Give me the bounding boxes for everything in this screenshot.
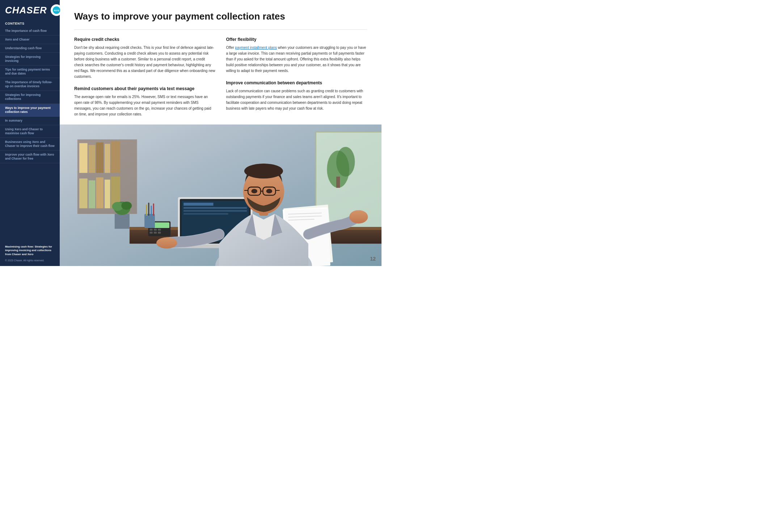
svg-rect-59 [151,206,152,216]
left-column: Require credit checks Don't be shy about… [74,37,215,117]
svg-point-46 [156,237,177,249]
svg-rect-52 [158,229,161,231]
svg-rect-60 [153,203,154,216]
svg-rect-24 [184,203,213,206]
divider [74,29,367,30]
svg-rect-6 [96,142,104,173]
svg-rect-12 [105,180,110,208]
svg-rect-25 [184,207,247,208]
sidebar: CHASER xero Contents The importance of c… [0,0,60,266]
require-credit-checks-body: Don't be shy about requiring credit chec… [74,45,215,80]
sidebar-item-using-xero-chaser[interactable]: Using Xero and Chaser to maximise cash f… [0,125,60,138]
svg-rect-27 [184,213,228,215]
svg-rect-55 [158,232,161,233]
sidebar-item-improve-cash-flow-free[interactable]: Improve your cash flow with Xero and Cha… [0,151,60,163]
svg-rect-26 [184,210,247,212]
svg-point-38 [244,164,283,178]
svg-point-45 [266,189,272,193]
sidebar-item-strategies-collections[interactable]: Strategies for improving collections [0,91,60,104]
svg-text:xero: xero [54,9,59,12]
svg-rect-50 [149,229,152,231]
bottom-image: 12 [60,124,382,266]
sidebar-header: CHASER xero [0,0,60,20]
payment-installment-plans-link[interactable]: payment installment plans [235,46,277,50]
svg-rect-56 [144,214,155,228]
svg-rect-51 [154,229,157,231]
svg-rect-58 [148,203,149,216]
svg-point-17 [336,147,355,177]
require-credit-checks-heading: Require credit checks [74,37,215,42]
svg-rect-18 [336,177,340,188]
sidebar-item-xero-chaser[interactable]: Xero and Chaser [0,35,60,44]
svg-point-47 [349,210,368,224]
chaser-logo: CHASER [5,5,47,15]
svg-rect-57 [146,204,147,216]
page-title: Ways to improve your payment collection … [74,11,367,22]
svg-rect-4 [79,143,88,173]
right-column: Offer flexibility Offer payment installm… [226,37,367,117]
improve-communication-body: Lack of communication can cause problems… [226,88,367,111]
sidebar-item-ways-improve-payment[interactable]: Ways to improve your payment collection … [0,104,60,117]
svg-point-44 [251,189,257,193]
svg-rect-7 [105,144,110,173]
svg-rect-9 [79,178,88,208]
offer-flexibility-body: Offer payment installment plans when you… [226,45,367,74]
contents-label: Contents [0,20,60,27]
two-column-layout: Require credit checks Don't be shy about… [74,37,367,117]
main-content: Ways to improve your payment collection … [60,0,382,266]
page-number: 12 [370,256,376,262]
sidebar-item-in-summary[interactable]: In summary [0,117,60,125]
svg-rect-5 [89,145,96,173]
improve-communication-heading: Improve communication between department… [226,80,367,85]
person-scene [60,124,382,266]
sidebar-item-tips-payment-terms[interactable]: Tips for setting payment terms and due d… [0,66,60,78]
sidebar-footer: Maximising cash flow: Strategies for imp… [0,241,60,266]
svg-rect-10 [89,180,96,208]
sidebar-item-timely-follow-up[interactable]: The importance of timely follow-up on ov… [0,78,60,91]
sidebar-item-businesses-using[interactable]: Businesses using Xero and Chaser to impr… [0,138,60,151]
svg-rect-61 [115,214,130,229]
svg-rect-8 [111,141,120,173]
sidebar-item-understanding-cash-flow[interactable]: Understanding cash flow [0,44,60,53]
offer-flexibility-heading: Offer flexibility [226,37,367,42]
svg-point-64 [121,202,132,210]
sidebar-footer-title: Maximising cash flow: Strategies for imp… [5,245,55,257]
remind-customers-body: The average open rate for emails is 25%.… [74,94,215,117]
content-top: Ways to improve your payment collection … [60,0,382,124]
svg-rect-54 [154,232,157,233]
xero-logo: xero [51,4,62,16]
svg-rect-11 [96,177,104,208]
sidebar-copyright: © 2023 Chaser. All rights reserved. [5,259,55,262]
sidebar-navigation: The importance of cash flow Xero and Cha… [0,27,60,163]
offer-flexibility-after-link: when your customers are struggling to pa… [226,46,366,73]
remind-customers-heading: Remind customers about their payments vi… [74,86,215,91]
sidebar-item-importance-cash-flow[interactable]: The importance of cash flow [0,27,60,35]
svg-rect-53 [149,232,152,233]
offer-flexibility-before-link: Offer [226,46,235,50]
sidebar-item-strategies-invoicing[interactable]: Strategies for improving invoicing [0,53,60,66]
